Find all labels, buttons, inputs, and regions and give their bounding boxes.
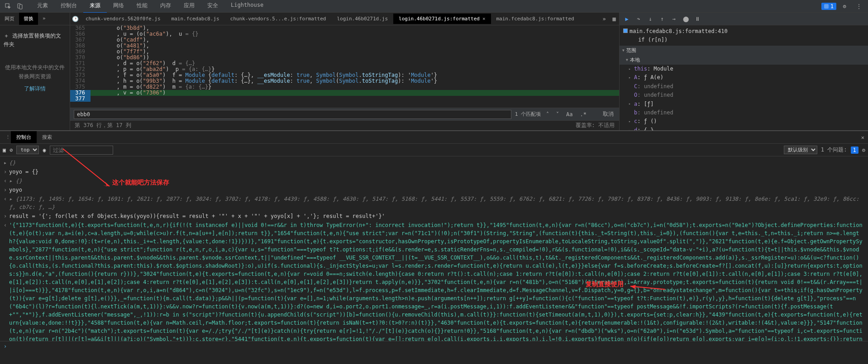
search-cancel[interactable]: 取消 — [601, 109, 615, 119]
step-into-icon[interactable]: ↓ — [645, 14, 656, 24]
scope-variables: this: ModuleA: ƒ A(e)C: undefinedO: unde… — [620, 65, 868, 130]
file-tab-1[interactable]: main.fcedabc8.js — [166, 14, 225, 24]
console-settings-icon[interactable]: ⚙ — [862, 147, 865, 153]
console-row[interactable]: ‹▸ {1173: ƒ, 1495: ƒ, 1654: ƒ, 1691: ƒ, … — [0, 194, 868, 212]
scope-var-a[interactable]: a: [ƒ] — [620, 100, 868, 109]
console-result-large[interactable]: ‹'{"1173"function(t,e){t.exports=functio… — [0, 221, 868, 341]
line-number[interactable]: 377 — [70, 96, 91, 102]
console-sidebar-icon[interactable]: ▣ — [3, 147, 6, 153]
drawer-menu-icon[interactable]: ⋮ — [0, 132, 11, 143]
nav-tab-page[interactable]: 网页 — [0, 13, 19, 25]
search-case-icon[interactable]: Aa — [564, 110, 574, 118]
step-out-icon[interactable]: ↑ — [657, 14, 668, 24]
console-eye-icon[interactable]: ◉ — [43, 147, 46, 153]
devtools-panel-tabs: 元素控制台来源网络性能内存应用安全Lighthouse — [31, 0, 270, 13]
devtools-tab-6[interactable]: 应用 — [177, 0, 201, 13]
devtools-tab-7[interactable]: 安全 — [201, 0, 224, 13]
svg-rect-3 — [824, 4, 829, 9]
history-icon[interactable]: 🕑 — [70, 16, 80, 22]
code-line[interactable]: 366 , u = (o("ac6a"), u = {} — [70, 31, 619, 37]
console-row[interactable]: ▸{} — [0, 158, 868, 167]
code-line[interactable]: 368 o("a481"), — [70, 43, 619, 49]
step-icon[interactable]: → — [668, 14, 679, 24]
code-line[interactable]: 377 — [70, 96, 619, 102]
deactivate-bp-icon[interactable]: ⬤ — [680, 14, 691, 24]
devtools-tab-2[interactable]: 来源 — [83, 0, 107, 13]
code-line[interactable]: 376 , v = o("7306") — [70, 90, 619, 96]
drawer-tab-console[interactable]: 控制台 — [11, 131, 37, 143]
console-row[interactable]: ›result = '{'; for(let x of Object.keys(… — [0, 212, 868, 221]
paused-file: main.fcedabc8.js:formatted:410 — [630, 28, 728, 34]
console-output[interactable]: ▸{}›yoyo = {}‹▸ {}›yoyo‹▸ {1173: ƒ, 1495… — [0, 156, 868, 341]
scope-var-A[interactable]: A: ƒ A(e) — [620, 73, 868, 82]
close-icon[interactable]: × — [482, 16, 486, 22]
code-editor[interactable]: 365 o("3b8d"),366 , u = (o("ac6a"), u = … — [70, 25, 619, 108]
console-issue-badge[interactable]: 1 — [851, 147, 858, 154]
paused-condition: if (r[n]) — [638, 37, 668, 43]
console-row[interactable]: ‹▸ {} — [0, 176, 868, 185]
scope-var-d[interactable]: d: {…} — [620, 126, 868, 130]
issues-badge[interactable]: 1 — [821, 3, 836, 10]
console-row[interactable]: ›yoyo = {} — [0, 167, 868, 176]
file-tab-0[interactable]: chunk-vendors.5620f0fe.js — [80, 14, 166, 24]
device-icon[interactable] — [14, 1, 25, 12]
editor-panel: 🕑 chunk-vendors.5620f0fe.jsmain.fcedabc8… — [70, 13, 619, 130]
drawer-tab-search[interactable]: 搜索 — [37, 131, 57, 143]
prompt-arrow-icon: › — [4, 343, 9, 350]
debug-toolbar: ▶ ↷ ↓ ↑ → ⬤ ⏸ — [620, 13, 868, 25]
file-tab-more-icon[interactable]: » — [599, 16, 609, 22]
devtools-tab-0[interactable]: 元素 — [31, 0, 54, 13]
drawer-close-icon[interactable]: ✕ — [858, 134, 868, 141]
console-prompt[interactable]: › — [0, 341, 868, 351]
svg-rect-2 — [19, 5, 22, 9]
issues-count: 1 — [830, 3, 834, 9]
devtools-tab-3[interactable]: 网络 — [107, 0, 130, 13]
issues-label: 1 个问题: — [821, 146, 847, 154]
resume-icon[interactable]: ▶ — [621, 14, 632, 24]
file-tab-overflow-icon[interactable]: ▦ — [609, 16, 619, 22]
context-select[interactable]: top — [16, 146, 39, 154]
devtools-tab-8[interactable]: Lighthouse — [224, 0, 270, 13]
coverage-indicator: 覆盖率: 不适用 — [576, 122, 615, 129]
select-overrides-folder[interactable]: ＋ 选择放置替换项的文件夹 — [0, 29, 70, 52]
devtools-top-bar: 元素控制台来源网络性能内存应用安全Lighthouse 1 ⚙ ⋮ — [0, 0, 868, 13]
scope-var-b[interactable]: b: undefined — [620, 109, 868, 117]
search-next-icon[interactable]: ˅ — [554, 110, 561, 118]
file-tab-5[interactable]: main.fcedabc8.js:formatted — [491, 14, 580, 24]
cursor-position: 第 376 行，第 17 列 — [75, 122, 131, 129]
scope-var-this[interactable]: this: Module — [620, 65, 868, 73]
devtools-tab-5[interactable]: 内存 — [154, 0, 177, 13]
overrides-hint: 使用本地文件夹中的文件替换网页资源 — [5, 63, 65, 80]
scope-header[interactable]: 范围 — [620, 46, 868, 55]
scope-var-O[interactable]: O: undefined — [620, 91, 868, 99]
console-clear-icon[interactable]: ⊘ — [10, 147, 13, 153]
search-prev-icon[interactable]: ˄ — [544, 110, 551, 118]
file-tab-4[interactable]: login.46b0271d.js:formatted× — [393, 14, 491, 24]
search-regex-icon[interactable]: .* — [578, 110, 588, 118]
file-tab-2[interactable]: chunk-vendors.5...e.js:formatted — [225, 14, 332, 24]
devtools-tab-1[interactable]: 控制台 — [54, 0, 83, 13]
search-input[interactable] — [74, 110, 511, 119]
learn-more-link[interactable]: 了解详情 — [5, 85, 65, 93]
pause-exc-icon[interactable]: ⏸ — [692, 14, 703, 24]
scope-var-c[interactable]: c: ƒ () — [620, 117, 868, 126]
settings-icon[interactable]: ⚙ — [839, 1, 850, 12]
console-row[interactable]: ›yoyo — [0, 185, 868, 194]
breakpoint-checkbox[interactable] — [623, 28, 628, 33]
inspect-icon[interactable] — [3, 1, 14, 12]
code-line[interactable]: 367 o("cadf"), — [70, 37, 619, 43]
scope-var-C[interactable]: C: undefined — [620, 82, 868, 91]
nav-tab-more[interactable]: » — [38, 13, 50, 25]
drawer: ⋮ 控制台 搜索 ✕ ▣ ⊘ top ◉ 默认级别 1 个问题: 1 ⚙ ▸{}… — [0, 130, 868, 351]
devtools-tab-4[interactable]: 性能 — [130, 0, 154, 13]
console-filter-input[interactable] — [50, 146, 113, 155]
step-over-icon[interactable]: ↷ — [633, 14, 644, 24]
local-scope-header[interactable]: 本地 — [620, 55, 868, 65]
code-line[interactable]: 369 o("7f7f"), — [70, 49, 619, 55]
nav-tab-overrides[interactable]: 替换 — [19, 13, 38, 25]
drawer-tabs: ⋮ 控制台 搜索 ✕ — [0, 131, 868, 144]
file-tab-3[interactable]: login.46b0271d.js — [331, 14, 393, 24]
log-level-select[interactable]: 默认级别 — [784, 146, 817, 154]
editor-search-bar: 1 个匹配项 ˄ ˅ Aa .* 取消 — [70, 108, 619, 120]
more-icon[interactable]: ⋮ — [854, 1, 864, 12]
